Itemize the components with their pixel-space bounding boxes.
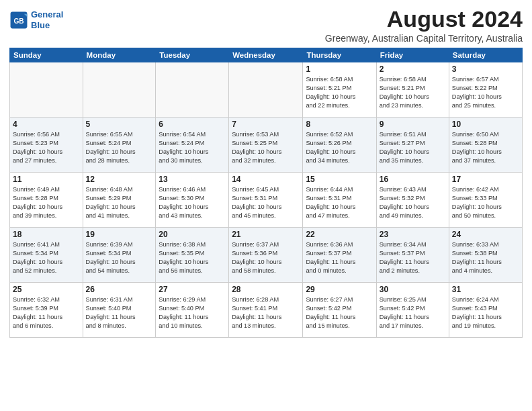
day-number: 16 (380, 175, 446, 184)
calendar-day-header: Thursday (303, 48, 376, 62)
day-number: 24 (452, 230, 519, 239)
day-info: Sunrise: 6:25 AM Sunset: 5:42 PM Dayligh… (380, 295, 446, 330)
page: GB General Blue August 2024 Greenway, Au… (0, 0, 532, 342)
calendar-cell: 25Sunrise: 6:32 AM Sunset: 5:39 PM Dayli… (10, 283, 83, 338)
calendar-cell: 5Sunrise: 6:55 AM Sunset: 5:24 PM Daylig… (83, 118, 156, 173)
calendar-cell: 18Sunrise: 6:41 AM Sunset: 5:34 PM Dayli… (10, 228, 83, 283)
day-number: 31 (452, 285, 519, 294)
day-number: 6 (159, 120, 226, 129)
day-info: Sunrise: 6:48 AM Sunset: 5:29 PM Dayligh… (86, 185, 153, 220)
calendar-day-header: Monday (83, 48, 156, 62)
calendar-cell: 28Sunrise: 6:28 AM Sunset: 5:41 PM Dayli… (229, 283, 303, 338)
day-info: Sunrise: 6:36 AM Sunset: 5:37 PM Dayligh… (306, 240, 373, 275)
day-info: Sunrise: 6:38 AM Sunset: 5:35 PM Dayligh… (159, 240, 226, 275)
calendar-cell: 30Sunrise: 6:25 AM Sunset: 5:42 PM Dayli… (376, 283, 449, 338)
day-number: 9 (380, 120, 446, 129)
day-number: 25 (13, 285, 80, 294)
day-number: 12 (86, 175, 153, 184)
day-number: 18 (13, 230, 80, 239)
calendar-day-header: Friday (376, 48, 449, 62)
calendar: SundayMondayTuesdayWednesdayThursdayFrid… (9, 48, 523, 338)
day-info: Sunrise: 6:45 AM Sunset: 5:31 PM Dayligh… (232, 185, 300, 220)
day-info: Sunrise: 6:52 AM Sunset: 5:26 PM Dayligh… (306, 130, 373, 165)
calendar-cell: 21Sunrise: 6:37 AM Sunset: 5:36 PM Dayli… (229, 228, 303, 283)
day-info: Sunrise: 6:58 AM Sunset: 5:21 PM Dayligh… (306, 75, 373, 110)
calendar-day-header: Tuesday (156, 48, 229, 62)
calendar-week-row: 25Sunrise: 6:32 AM Sunset: 5:39 PM Dayli… (10, 283, 523, 338)
calendar-day-header: Saturday (449, 48, 522, 62)
calendar-week-row: 11Sunrise: 6:49 AM Sunset: 5:28 PM Dayli… (10, 173, 523, 228)
day-number: 14 (232, 175, 300, 184)
calendar-cell: 13Sunrise: 6:46 AM Sunset: 5:30 PM Dayli… (156, 173, 229, 228)
calendar-week-row: 4Sunrise: 6:56 AM Sunset: 5:23 PM Daylig… (10, 118, 523, 173)
day-number: 4 (13, 120, 80, 129)
calendar-cell: 2Sunrise: 6:58 AM Sunset: 5:21 PM Daylig… (376, 62, 449, 118)
calendar-day-header: Sunday (10, 48, 83, 62)
calendar-cell (10, 62, 83, 118)
day-info: Sunrise: 6:54 AM Sunset: 5:24 PM Dayligh… (159, 130, 226, 165)
day-number: 13 (159, 175, 226, 184)
day-number: 5 (86, 120, 153, 129)
calendar-cell: 8Sunrise: 6:52 AM Sunset: 5:26 PM Daylig… (303, 118, 376, 173)
day-info: Sunrise: 6:50 AM Sunset: 5:28 PM Dayligh… (452, 130, 519, 165)
day-number: 22 (306, 230, 373, 239)
day-info: Sunrise: 6:41 AM Sunset: 5:34 PM Dayligh… (13, 240, 80, 275)
calendar-cell: 16Sunrise: 6:43 AM Sunset: 5:32 PM Dayli… (376, 173, 449, 228)
day-info: Sunrise: 6:43 AM Sunset: 5:32 PM Dayligh… (380, 185, 446, 220)
calendar-cell: 11Sunrise: 6:49 AM Sunset: 5:28 PM Dayli… (10, 173, 83, 228)
calendar-cell: 9Sunrise: 6:51 AM Sunset: 5:27 PM Daylig… (376, 118, 449, 173)
logo-icon: GB (9, 11, 28, 30)
calendar-week-row: 18Sunrise: 6:41 AM Sunset: 5:34 PM Dayli… (10, 228, 523, 283)
day-info: Sunrise: 6:39 AM Sunset: 5:34 PM Dayligh… (86, 240, 153, 275)
day-number: 10 (452, 120, 519, 129)
calendar-cell: 4Sunrise: 6:56 AM Sunset: 5:23 PM Daylig… (10, 118, 83, 173)
day-info: Sunrise: 6:29 AM Sunset: 5:40 PM Dayligh… (159, 295, 226, 330)
day-info: Sunrise: 6:53 AM Sunset: 5:25 PM Dayligh… (232, 130, 300, 165)
calendar-cell: 31Sunrise: 6:24 AM Sunset: 5:43 PM Dayli… (449, 283, 522, 338)
calendar-week-row: 1Sunrise: 6:58 AM Sunset: 5:21 PM Daylig… (10, 62, 523, 118)
day-number: 20 (159, 230, 226, 239)
day-number: 8 (306, 120, 373, 129)
day-number: 7 (232, 120, 300, 129)
day-number: 2 (380, 64, 446, 74)
calendar-cell: 1Sunrise: 6:58 AM Sunset: 5:21 PM Daylig… (303, 62, 376, 118)
day-number: 29 (306, 285, 373, 294)
day-number: 27 (159, 285, 226, 294)
calendar-cell: 3Sunrise: 6:57 AM Sunset: 5:22 PM Daylig… (449, 62, 522, 118)
day-info: Sunrise: 6:34 AM Sunset: 5:37 PM Dayligh… (380, 240, 446, 275)
svg-text:GB: GB (13, 17, 24, 24)
calendar-cell: 19Sunrise: 6:39 AM Sunset: 5:34 PM Dayli… (83, 228, 156, 283)
calendar-cell: 10Sunrise: 6:50 AM Sunset: 5:28 PM Dayli… (449, 118, 522, 173)
calendar-day-header: Wednesday (229, 48, 303, 62)
day-info: Sunrise: 6:28 AM Sunset: 5:41 PM Dayligh… (232, 295, 300, 330)
day-info: Sunrise: 6:49 AM Sunset: 5:28 PM Dayligh… (13, 185, 80, 220)
day-info: Sunrise: 6:56 AM Sunset: 5:23 PM Dayligh… (13, 130, 80, 165)
calendar-cell (229, 62, 303, 118)
calendar-cell (83, 62, 156, 118)
day-number: 1 (306, 64, 373, 74)
day-number: 26 (86, 285, 153, 294)
day-number: 15 (306, 175, 373, 184)
day-number: 30 (380, 285, 446, 294)
day-number: 3 (452, 64, 519, 74)
day-info: Sunrise: 6:31 AM Sunset: 5:40 PM Dayligh… (86, 295, 153, 330)
day-info: Sunrise: 6:33 AM Sunset: 5:38 PM Dayligh… (452, 240, 519, 275)
logo: GB General Blue (9, 9, 63, 30)
day-info: Sunrise: 6:57 AM Sunset: 5:22 PM Dayligh… (452, 75, 519, 110)
calendar-header-row: SundayMondayTuesdayWednesdayThursdayFrid… (10, 48, 523, 62)
day-number: 11 (13, 175, 80, 184)
day-info: Sunrise: 6:44 AM Sunset: 5:31 PM Dayligh… (306, 185, 373, 220)
day-number: 17 (452, 175, 519, 184)
calendar-cell: 23Sunrise: 6:34 AM Sunset: 5:37 PM Dayli… (376, 228, 449, 283)
day-info: Sunrise: 6:37 AM Sunset: 5:36 PM Dayligh… (232, 240, 300, 275)
title-block: August 2024 Greenway, Australian Capital… (325, 7, 523, 44)
calendar-cell: 15Sunrise: 6:44 AM Sunset: 5:31 PM Dayli… (303, 173, 376, 228)
header: GB General Blue August 2024 Greenway, Au… (9, 7, 523, 44)
calendar-cell: 27Sunrise: 6:29 AM Sunset: 5:40 PM Dayli… (156, 283, 229, 338)
calendar-cell: 12Sunrise: 6:48 AM Sunset: 5:29 PM Dayli… (83, 173, 156, 228)
day-info: Sunrise: 6:27 AM Sunset: 5:42 PM Dayligh… (306, 295, 373, 330)
day-number: 23 (380, 230, 446, 239)
calendar-cell: 29Sunrise: 6:27 AM Sunset: 5:42 PM Dayli… (303, 283, 376, 338)
calendar-cell: 26Sunrise: 6:31 AM Sunset: 5:40 PM Dayli… (83, 283, 156, 338)
day-info: Sunrise: 6:42 AM Sunset: 5:33 PM Dayligh… (452, 185, 519, 220)
